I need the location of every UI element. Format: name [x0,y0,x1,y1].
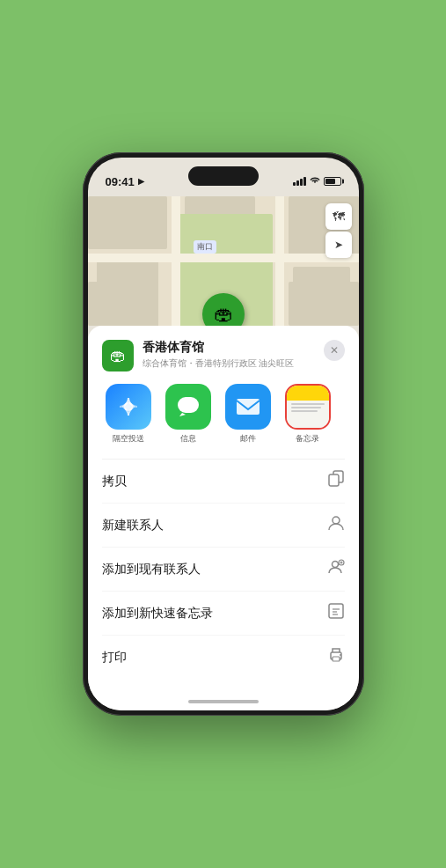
map-block [88,282,158,326]
copy-icon [327,470,345,492]
location-header: 🏟 香港体育馆 综合体育馆・香港特别行政区 油尖旺区 ✕ [102,340,345,371]
svg-point-6 [332,562,338,568]
add-notes-label: 添加到新快速备忘录 [102,606,213,622]
airdrop-label: 隔空投送 [113,433,144,445]
home-indicator [88,693,359,710]
home-bar [188,700,259,703]
signal-bar-1 [293,182,296,186]
phone-frame: 09:41 ▶ [83,152,364,716]
add-notes-icon [327,602,345,624]
status-time: 09:41 ▶ [106,175,144,188]
pin-emoji: 🏟 [214,303,233,326]
map-road-v [172,196,180,326]
map-controls: 🗺 ➤ [325,203,352,258]
notes-line-3 [291,410,318,412]
share-action-mail[interactable]: 邮件 [222,384,274,445]
phone-screen: 09:41 ▶ [88,158,359,710]
notes-icon-container [285,384,331,430]
mail-icon [225,384,271,430]
location-description: 综合体育馆・香港特别行政区 油尖旺区 [143,357,315,370]
new-contact-label: 新建联系人 [102,518,164,533]
action-item-add-notes[interactable]: 添加到新快速备忘录 [102,592,345,636]
svg-rect-15 [333,657,340,661]
svg-rect-10 [329,604,343,618]
map-type-button[interactable]: 🗺 [325,203,352,230]
add-existing-icon [327,558,345,580]
messages-icon [165,384,211,430]
svg-rect-1 [178,397,199,413]
bottom-sheet: 🏟 香港体育馆 综合体育馆・香港特别行政区 油尖旺区 ✕ [88,326,359,693]
compass-icon: ➤ [334,239,343,251]
dynamic-island [188,166,259,186]
map-block [88,196,167,249]
action-item-copy[interactable]: 拷贝 [102,460,345,504]
location-name: 香港体育馆 [143,340,315,356]
airdrop-icon [106,384,151,430]
share-action-messages[interactable]: 信息 [162,384,215,445]
notes-line-1 [291,403,325,405]
messages-label: 信息 [180,433,196,445]
close-button[interactable]: ✕ [324,340,345,361]
svg-rect-2 [237,399,260,415]
notes-icon-body [287,401,329,428]
action-item-print[interactable]: 打印 [102,636,345,679]
notes-icon-top [287,386,329,401]
share-action-notes[interactable]: 备忘录 [281,384,334,445]
new-contact-icon [327,514,345,536]
signal-bars-icon [293,177,306,186]
mail-label: 邮件 [240,433,256,445]
print-label: 打印 [102,650,127,666]
svg-point-16 [340,654,341,656]
location-info: 香港体育馆 综合体育馆・香港特别行政区 油尖旺区 [143,340,315,370]
status-icons [293,176,341,187]
venue-icon: 🏟 [102,340,134,371]
print-icon [327,646,345,668]
battery-icon [324,177,341,186]
share-action-airdrop[interactable]: 隔空投送 [102,384,155,445]
map-road-v [275,196,284,326]
signal-bar-3 [300,179,303,186]
notes-line-2 [291,407,321,408]
stadium-pin: 🏟 香港体育馆 [202,293,245,326]
signal-bar-4 [303,177,306,186]
location-button[interactable]: ➤ [325,232,352,258]
time-display: 09:41 [106,175,135,188]
map-background: 南口 🏟 香港体育馆 🗺 ➤ [88,196,359,326]
notes-label: 备忘录 [296,433,319,445]
share-actions-row: 隔空投送 信息 [102,384,345,446]
svg-point-5 [333,517,340,524]
location-arrow-icon: ▶ [138,177,144,186]
action-item-add-existing[interactable]: 添加到现有联系人 [102,548,345,592]
add-existing-label: 添加到现有联系人 [102,562,201,577]
map-road-h [88,254,359,262]
map-type-icon: 🗺 [333,210,345,224]
map-area[interactable]: 南口 🏟 香港体育馆 🗺 ➤ [88,196,359,326]
share-action-more[interactable]: 推 [341,384,345,445]
close-icon: ✕ [330,344,339,357]
wifi-icon [310,176,320,187]
map-block [289,282,359,326]
battery-fill [325,179,335,184]
signal-bar-2 [296,180,299,186]
svg-rect-4 [329,474,339,486]
action-list: 拷贝 新建联系人 [102,459,345,679]
copy-label: 拷贝 [102,474,127,489]
action-item-new-contact[interactable]: 新建联系人 [102,504,345,548]
map-label-south-entrance: 南口 [194,240,216,254]
